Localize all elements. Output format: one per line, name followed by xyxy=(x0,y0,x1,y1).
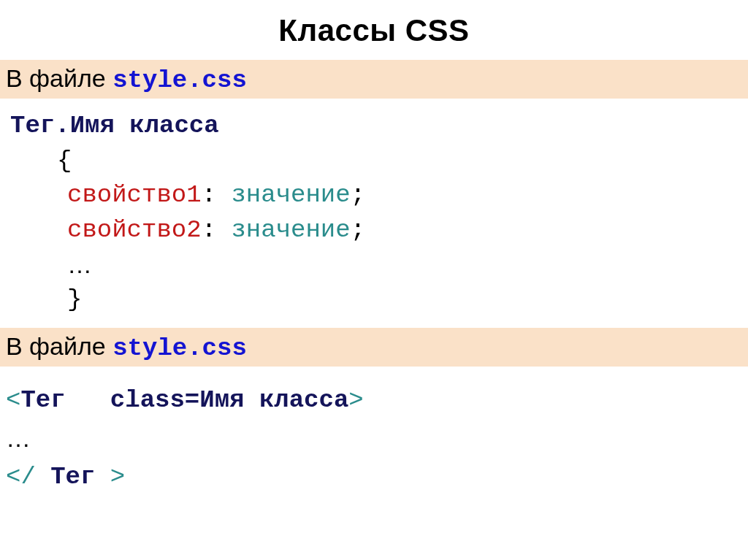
banner1-file: style.css xyxy=(112,66,247,94)
section-banner-1: В файле style.css xyxy=(0,60,748,99)
css-rule-2: свойство2: значение; xyxy=(10,213,748,248)
selector-class: Имя класса xyxy=(70,112,219,139)
lt: < xyxy=(6,386,20,414)
prop1: свойство1 xyxy=(67,181,202,209)
brace-close: } xyxy=(10,283,748,318)
section-banner-2: В файле style.css xyxy=(0,328,748,367)
html-code-block: <Тег class=Имя класса> … </ Тег > xyxy=(0,367,748,496)
gt: > xyxy=(348,386,363,414)
banner2-file: style.css xyxy=(112,334,247,362)
html-tag-open: Тег xyxy=(20,386,65,414)
colon1: : xyxy=(202,181,216,209)
close-lt: </ xyxy=(6,463,50,491)
css-ellipsis: … xyxy=(10,248,748,283)
close-gt: > xyxy=(95,463,125,491)
val1: значение xyxy=(231,181,350,209)
selector-tag: Тег xyxy=(10,112,55,139)
html-open-tag-line: <Тег class=Имя класса> xyxy=(6,381,748,420)
html-close-tag-line: </ Тег > xyxy=(6,458,748,496)
semi2: ; xyxy=(351,216,365,244)
slide-title: Классы CSS xyxy=(0,0,748,60)
space xyxy=(66,386,110,414)
brace-open: { xyxy=(10,144,748,179)
class-keyword: class= xyxy=(110,386,199,414)
html-ellipsis: … xyxy=(6,419,748,458)
slide: Классы CSS В файле style.css Тег.Имя кла… xyxy=(0,0,748,560)
css-selector-line: Тег.Имя класса xyxy=(10,109,748,144)
html-tag-close: Тег xyxy=(50,463,95,491)
css-rule-1: свойство1: значение; xyxy=(10,178,748,213)
val2: значение xyxy=(231,216,350,244)
banner1-prefix: В файле xyxy=(6,64,112,92)
css-code-block: Тег.Имя класса { свойство1: значение; св… xyxy=(0,99,748,328)
class-value: Имя класса xyxy=(199,386,348,414)
prop2: свойство2 xyxy=(67,216,202,244)
selector-dot: . xyxy=(55,112,69,139)
banner2-prefix: В файле xyxy=(6,332,112,360)
semi1: ; xyxy=(351,181,365,209)
colon2: : xyxy=(202,216,216,244)
